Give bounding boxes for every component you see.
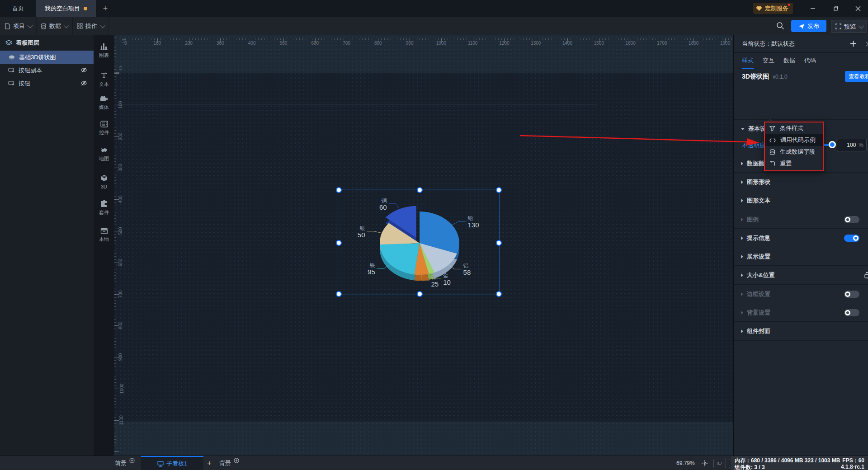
foreground-tab[interactable]: 前景 xyxy=(111,456,138,470)
toolbox-item-kit[interactable]: 套件 xyxy=(94,196,114,220)
toolbox-item-3d[interactable]: 3D xyxy=(94,170,114,193)
menu-item-conditional-style[interactable]: 条件样式 xyxy=(765,122,823,134)
publish-button[interactable]: 发布 xyxy=(791,20,826,32)
section-legend[interactable]: 图例 xyxy=(734,210,868,229)
design-canvas[interactable]: 0100200300400500600700800900100011001200… xyxy=(114,35,733,456)
menu-actions[interactable]: 操作 xyxy=(72,17,109,35)
new-tab-button[interactable]: + xyxy=(100,4,110,14)
section-component-cover[interactable]: 组件封面 xyxy=(734,321,868,341)
visibility-off-button[interactable] xyxy=(80,80,87,88)
layer-item-button-copy[interactable]: 按钮副本 xyxy=(0,64,94,77)
reset-icon xyxy=(769,161,775,166)
section-border-settings[interactable]: 边框设置 xyxy=(734,284,868,303)
add-foreground-button[interactable] xyxy=(129,458,135,465)
tab-code[interactable]: 代码 xyxy=(804,52,816,69)
preview-button[interactable]: 预览 xyxy=(831,20,867,33)
tab-home[interactable]: 首页 xyxy=(0,0,36,17)
v-ruler-number: 800 xyxy=(118,322,123,329)
code-icon xyxy=(769,138,776,143)
layer-item-pie3d[interactable]: 基础3D饼状图 xyxy=(0,51,94,64)
h-ruler-number: 1400 xyxy=(562,41,572,46)
resize-handle-nw[interactable] xyxy=(336,187,342,193)
kit-icon xyxy=(100,200,108,207)
section-size-position[interactable]: 大小&位置 xyxy=(734,265,868,284)
current-state-label: 当前状态：默认状态 xyxy=(742,40,795,48)
selection-rect[interactable] xyxy=(338,189,500,295)
board-tab-active[interactable]: 子看板1 xyxy=(141,456,203,470)
lock-icon[interactable] xyxy=(864,272,868,280)
section-tooltip[interactable]: 提示信息 xyxy=(734,228,868,247)
custom-service-badge[interactable]: 定制服务 xyxy=(753,3,793,14)
toolbox-item-media[interactable]: 媒体 xyxy=(94,91,114,115)
minimize-button[interactable] xyxy=(803,0,823,17)
h-ruler-number: 1900 xyxy=(720,41,730,46)
restore-button[interactable] xyxy=(826,0,845,17)
menu-item-generate-data-field[interactable]: 生成数据字段 xyxy=(765,146,823,158)
toolbox-item-map[interactable]: 地图 xyxy=(94,143,114,166)
h-ruler-number: 100 xyxy=(153,41,161,46)
h-ruler-number: 500 xyxy=(280,41,288,46)
tooltip-toggle[interactable] xyxy=(844,235,859,242)
inspector-tabs: 样式 交互 数据 代码 xyxy=(734,52,868,69)
section-background-settings[interactable]: 背景设置 xyxy=(734,303,868,322)
tab-data[interactable]: 数据 xyxy=(783,52,795,69)
resize-handle-ne[interactable] xyxy=(496,187,502,193)
eye-off-icon xyxy=(80,80,87,86)
section-display-settings[interactable]: 展示设置 xyxy=(734,247,868,266)
background-tab[interactable]: 背景 xyxy=(216,456,242,470)
slider-knob[interactable] xyxy=(829,141,836,148)
menu-data[interactable]: 数据 xyxy=(36,17,73,35)
toggle-knob xyxy=(845,310,850,315)
resize-handle-e[interactable] xyxy=(496,240,502,246)
toolbox-item-controls[interactable]: 控件 xyxy=(94,117,114,140)
document-icon xyxy=(5,23,10,29)
section-shape[interactable]: 图形形状 xyxy=(734,172,868,191)
opacity-value-box[interactable]: 100 % xyxy=(837,139,867,151)
add-background-button[interactable] xyxy=(234,458,239,465)
resize-handle-n[interactable] xyxy=(417,187,423,193)
add-state-button[interactable] xyxy=(850,40,857,48)
section-label: 图形形状 xyxy=(747,178,770,186)
v-ruler-number: 500 xyxy=(118,227,123,235)
button-layer-icon xyxy=(8,80,15,86)
menu-item-code-example[interactable]: 调用代码示例 xyxy=(765,134,823,146)
resize-handle-w[interactable] xyxy=(336,240,342,246)
resize-handle-s[interactable] xyxy=(417,291,423,297)
visibility-off-button[interactable] xyxy=(80,67,87,75)
camera-icon xyxy=(100,95,108,102)
shortcuts-button[interactable] xyxy=(713,459,726,468)
toolbox-item-local[interactable]: 本地 xyxy=(94,223,114,247)
menu-project-label: 项目 xyxy=(13,22,25,30)
background-toggle[interactable] xyxy=(844,309,859,316)
zoom-level[interactable]: 69.79% xyxy=(676,460,695,466)
layer-item-button[interactable]: 按钮 xyxy=(0,77,94,90)
resize-handle-sw[interactable] xyxy=(336,291,342,297)
tab-project[interactable]: 我的空白项目 xyxy=(36,0,96,17)
toggle-knob xyxy=(853,235,859,241)
preview-label: 预览 xyxy=(844,23,856,31)
tab-style[interactable]: 样式 xyxy=(742,52,754,69)
fit-screen-button[interactable] xyxy=(700,459,710,467)
section-shape-text[interactable]: 图形文本 xyxy=(734,191,868,210)
add-board-button[interactable]: + xyxy=(203,456,215,470)
tutorial-button[interactable]: 查看教程 xyxy=(845,71,868,82)
keyboard-icon xyxy=(716,461,723,465)
toolbox-item-text[interactable]: 文本 xyxy=(94,68,114,91)
legend-toggle[interactable] xyxy=(844,216,859,223)
search-button[interactable] xyxy=(776,21,785,32)
menu-project[interactable]: 项目 xyxy=(0,17,37,35)
menu-item-reset[interactable]: 重置 xyxy=(765,158,823,169)
chevron-down-icon xyxy=(100,23,106,28)
caret-collapsed-icon xyxy=(741,199,743,202)
board-top-line xyxy=(114,104,597,104)
toolbox-item-charts[interactable]: 图表 xyxy=(94,39,114,62)
caret-collapsed-icon xyxy=(741,329,743,333)
tab-interaction[interactable]: 交互 xyxy=(763,52,774,69)
border-toggle[interactable] xyxy=(844,291,859,298)
close-button[interactable] xyxy=(848,0,868,17)
cube-icon xyxy=(100,174,108,182)
expand-states-button[interactable] xyxy=(865,41,868,48)
resize-handle-se[interactable] xyxy=(496,291,502,297)
v-ruler-number: 300 xyxy=(118,164,123,172)
bar-chart-icon xyxy=(100,43,108,50)
